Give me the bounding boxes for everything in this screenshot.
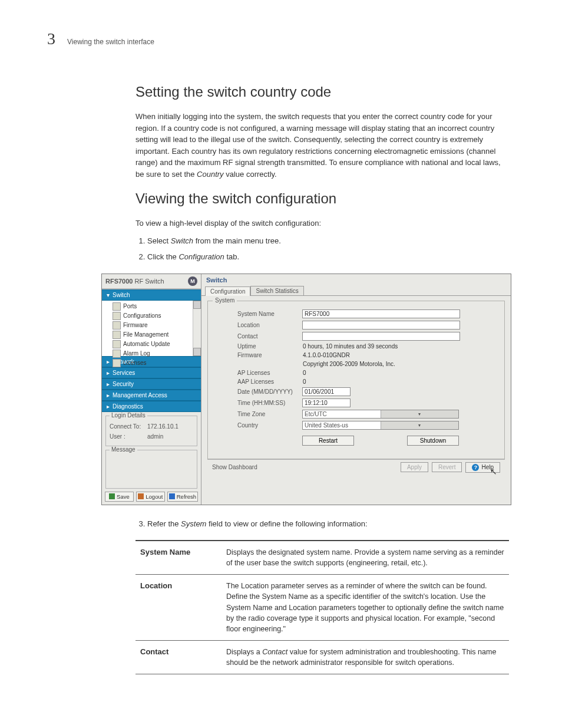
value-aap-licenses: 0 xyxy=(302,378,306,385)
show-dashboard-link[interactable]: Show Dashboard xyxy=(212,464,257,470)
logout-button[interactable]: Logout xyxy=(136,492,165,502)
firmware-icon xyxy=(113,321,121,330)
login-user: User :admin xyxy=(110,433,193,440)
def-term: System Name xyxy=(135,541,222,575)
label-system-name: System Name xyxy=(214,311,302,317)
label-country: Country xyxy=(214,422,302,429)
input-contact[interactable] xyxy=(302,332,460,341)
def-desc: The Location parameter serves as a remin… xyxy=(222,575,509,641)
tab-configuration[interactable]: Configuration xyxy=(205,286,250,296)
tree-scrollbar[interactable] xyxy=(193,301,201,356)
running-title: Viewing the switch interface xyxy=(67,38,154,46)
input-system-name[interactable] xyxy=(302,309,460,318)
save-icon xyxy=(109,493,115,499)
ports-icon xyxy=(113,302,121,311)
app-window: RFS7000 RF Switch M ▾Switch Ports Config… xyxy=(101,274,511,505)
label-firmware: Firmware xyxy=(214,352,302,358)
tree-item-firmware[interactable]: Firmware xyxy=(102,321,201,330)
panel-title: Switch xyxy=(201,274,511,286)
label-date: Date (MM/DD/YYYY) xyxy=(214,388,302,395)
nav-tree: ▾Switch Ports Configurations Firmware Fi… xyxy=(102,289,201,412)
def-desc: Displays the designated system name. Pro… xyxy=(222,541,509,575)
tree-item-ports[interactable]: Ports xyxy=(102,302,201,311)
sidebar-title: RFS7000 RF Switch M xyxy=(102,274,201,289)
definition-table: System Name Displays the designated syst… xyxy=(135,540,509,674)
step-2: Click the Configuration tab. xyxy=(147,251,509,263)
license-icon xyxy=(113,359,121,367)
select-timezone[interactable]: Etc/UTC▾ xyxy=(302,410,459,419)
message-box: Message xyxy=(105,450,197,489)
def-term: Contact xyxy=(135,640,222,674)
section-body-country: When initially logging into the system, … xyxy=(135,111,509,180)
tab-switch-statistics[interactable]: Switch Statistics xyxy=(250,286,303,295)
input-location[interactable] xyxy=(302,321,460,330)
tree-node-services[interactable]: ▸Services xyxy=(102,367,201,378)
tree-node-switch[interactable]: ▾Switch xyxy=(102,289,201,301)
apply-button[interactable]: Apply xyxy=(401,462,428,472)
login-details: Login Details Connect To:172.16.10.1 Use… xyxy=(105,416,197,446)
tree-item-alarm-log[interactable]: Alarm Log xyxy=(102,349,201,358)
cursor-icon: ↖ xyxy=(490,467,497,476)
refresh-icon xyxy=(169,493,175,499)
tree-item-file-mgmt[interactable]: File Management xyxy=(102,330,201,340)
tree-item-auto-update[interactable]: Automatic Update xyxy=(102,340,201,349)
label-contact: Contact xyxy=(214,333,302,340)
tree-node-mgmt-access[interactable]: ▸Management Access xyxy=(102,390,201,401)
def-desc: Displays a Contact value for system admi… xyxy=(222,640,509,674)
label-timezone: Time Zone xyxy=(214,411,302,417)
chapter-number: 3 xyxy=(47,29,55,48)
table-row: Contact Displays a Contact value for sys… xyxy=(135,640,509,674)
help-icon: ? xyxy=(472,464,479,471)
tree-node-diagnostics[interactable]: ▸Diagnostics xyxy=(102,401,201,412)
update-icon xyxy=(113,340,121,348)
tab-bar: Configuration Switch Statistics xyxy=(201,286,511,296)
motorola-logo-icon: M xyxy=(188,276,197,286)
running-header: 3 Viewing the switch interface xyxy=(47,29,509,48)
tree-item-configurations[interactable]: Configurations xyxy=(102,311,201,321)
chevron-down-icon: ▾ xyxy=(381,421,459,429)
tree-node-security[interactable]: ▸Security xyxy=(102,378,201,390)
sidebar: RFS7000 RF Switch M ▾Switch Ports Config… xyxy=(102,274,201,505)
step-1: Select Switch from the main menu tree. xyxy=(147,235,509,247)
value-copyright: Copyright 2006-2009 Motorola, Inc. xyxy=(302,361,395,367)
section-title-country: Setting the switch country code xyxy=(135,84,509,100)
scroll-down-icon[interactable] xyxy=(193,348,201,356)
config-icon xyxy=(113,312,121,320)
value-firmware: 4.1.0.0-010GNDR xyxy=(302,352,350,358)
scroll-up-icon[interactable] xyxy=(193,301,201,309)
main-panel: Switch Configuration Switch Statistics S… xyxy=(201,274,511,505)
file-icon xyxy=(113,331,121,339)
system-fieldset: System System Name Location Contact Upti… xyxy=(207,301,505,459)
chevron-down-icon: ▾ xyxy=(381,410,459,418)
login-connect-to: Connect To:172.16.10.1 xyxy=(110,423,193,430)
value-uptime: 0 hours, 10 minutes and 39 seconds xyxy=(302,343,398,350)
label-ap-licenses: AP Licenses xyxy=(214,370,302,376)
input-time[interactable] xyxy=(302,398,351,407)
step-3: Refer the System field to view or define… xyxy=(147,518,509,530)
def-term: Location xyxy=(135,575,222,641)
refresh-button[interactable]: Refresh xyxy=(167,492,198,502)
logout-icon xyxy=(138,493,144,499)
label-location: Location xyxy=(214,322,302,328)
shutdown-button[interactable]: Shutdown xyxy=(407,436,459,446)
value-ap-licenses: 0 xyxy=(302,370,306,376)
sidebar-bottom-bar: Save Logout Refresh xyxy=(102,489,201,505)
section-title-config: Viewing the switch configuration xyxy=(135,190,509,207)
label-time: Time (HH:MM:SS) xyxy=(214,400,302,406)
save-button[interactable]: Save xyxy=(105,492,134,502)
input-date[interactable] xyxy=(302,387,351,396)
table-row: System Name Displays the designated syst… xyxy=(135,541,509,575)
section-intro-config: To view a high-level display of the swit… xyxy=(135,218,509,229)
panel-footer: Show Dashboard Apply Revert ?Help xyxy=(207,459,505,475)
tree-item-licenses[interactable]: Licenses xyxy=(102,358,201,368)
table-row: Location The Location parameter serves a… xyxy=(135,575,509,641)
alarm-icon xyxy=(113,350,121,358)
restart-button[interactable]: Restart xyxy=(302,436,354,446)
revert-button[interactable]: Revert xyxy=(432,462,462,472)
steps-list: Select Switch from the main menu tree. C… xyxy=(147,235,509,263)
label-aap-licenses: AAP Licenses xyxy=(214,378,302,385)
steps-list-cont: Refer the System field to view or define… xyxy=(147,518,509,530)
select-country[interactable]: United States-us▾ xyxy=(302,421,459,430)
label-uptime: Uptime xyxy=(214,343,302,350)
